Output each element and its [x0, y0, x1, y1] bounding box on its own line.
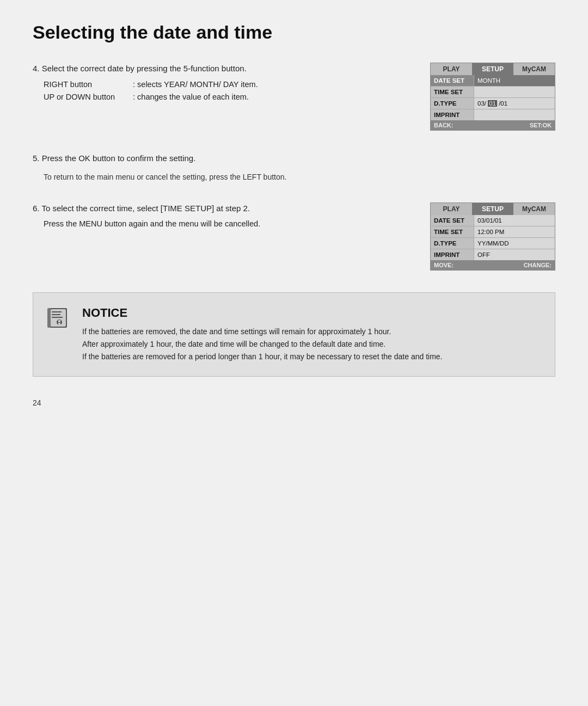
page-number: 24: [33, 398, 555, 407]
svg-rect-2: [47, 308, 51, 328]
cam2-tab-play: PLAY: [431, 203, 472, 215]
cam1-rows: DATE SET MONTH TIME SET D.TYPE 03/ 01 /0…: [431, 75, 555, 120]
cam1-label-dtype: D.TYPE: [431, 98, 474, 109]
right-desc: : selects YEAR/ MONTH/ DAY item.: [133, 80, 258, 89]
cam1-tab-play: PLAY: [431, 63, 472, 75]
cam1-footer-left: BACK:: [434, 122, 453, 128]
table-row: D.TYPE YY/MM/DD: [431, 237, 555, 249]
cam2-label-imprint: IMPRINT: [431, 249, 474, 260]
notice-text1: If the batteries are removed, the date a…: [82, 327, 391, 336]
table-row: TIME SET 12:00 PM: [431, 226, 555, 237]
step6-text: 6. To select the correct time, select [T…: [33, 202, 430, 231]
cam1-footer: BACK: SET:OK: [431, 120, 555, 130]
cam2-label-dtype: D.TYPE: [431, 238, 474, 249]
table-row: D.TYPE 03/ 01 /01: [431, 97, 555, 109]
cam1-footer-right: SET:OK: [530, 122, 552, 128]
svg-rect-7: [58, 320, 60, 322]
cam2-value-timeset: 12:00 PM: [474, 226, 555, 237]
cam2-footer-right: CHANGE:: [524, 262, 552, 268]
cam1-label-dateset: DATE SET: [431, 75, 474, 86]
table-row: IMPRINT OFF: [431, 249, 555, 260]
svg-rect-8: [58, 323, 60, 326]
cam2-rows: DATE SET 03/01/01 TIME SET 12:00 PM D.TY…: [431, 215, 555, 260]
step4-updown: UP or DOWN button : changes the value of…: [44, 91, 414, 103]
table-row: DATE SET MONTH: [431, 75, 555, 86]
table-row: DATE SET 03/01/01: [431, 215, 555, 226]
step5-section: 5. Press the OK button to confirm the se…: [33, 152, 555, 183]
date-part-selected: 01: [488, 100, 497, 107]
cam2-label-timeset: TIME SET: [431, 226, 474, 237]
notice-text3: If the batteries are removed for a perio…: [82, 352, 443, 361]
table-row: TIME SET: [431, 86, 555, 97]
cam1-value-dateset: MONTH: [474, 75, 555, 86]
updown-desc: : changes the value of each item.: [133, 93, 249, 101]
cam1-value-timeset: [474, 87, 555, 97]
notice-box: NOTICE If the batteries are removed, the…: [33, 292, 555, 377]
cam1-label-imprint: IMPRINT: [431, 109, 474, 120]
cam1-value-dtype: 03/ 01 /01: [474, 98, 555, 109]
cam1-tab-setup: SETUP: [472, 63, 513, 75]
table-row: IMPRINT: [431, 109, 555, 120]
cam2-value-dateset: 03/01/01: [474, 215, 555, 226]
cam2-tab-setup: SETUP: [472, 203, 513, 215]
svg-rect-3: [52, 311, 62, 312]
step6-sub: Press the MENU button again and the menu…: [44, 218, 414, 230]
step4-section: 4. Select the correct date by pressing t…: [33, 63, 555, 131]
svg-rect-4: [52, 314, 60, 315]
page-title: Selecting the date and time: [33, 22, 555, 43]
notice-content: NOTICE If the batteries are removed, the…: [82, 306, 443, 363]
cam1-tabs: PLAY SETUP MyCAM: [431, 63, 555, 75]
step6-main: 6. To select the correct time, select [T…: [33, 202, 414, 215]
cam2-value-dtype: YY/MM/DD: [474, 238, 555, 249]
notice-title: NOTICE: [82, 306, 443, 320]
step5-sub: To return to the main menu or cancel the…: [44, 171, 286, 183]
right-label: RIGHT button: [44, 78, 131, 91]
notice-text2: After approximately 1 hour, the date and…: [82, 340, 385, 348]
cam1-label-timeset: TIME SET: [431, 87, 474, 97]
cam2-tab-mycam: MyCAM: [513, 203, 555, 215]
step5-main: 5. Press the OK button to confirm the se…: [33, 152, 195, 165]
cam2-tabs: PLAY SETUP MyCAM: [431, 203, 555, 215]
cam2-footer-left: MOVE:: [434, 262, 454, 268]
step4-main: 4. Select the correct date by pressing t…: [33, 63, 414, 75]
cam2-footer: MOVE: CHANGE:: [431, 260, 555, 270]
date-part-3: /01: [497, 100, 507, 107]
updown-label: UP or DOWN button: [44, 91, 131, 103]
cam2-value-imprint: OFF: [474, 249, 555, 260]
cam2-label-dateset: DATE SET: [431, 215, 474, 226]
notice-svg: [46, 306, 72, 332]
date-part-1: 03/: [477, 100, 488, 107]
camera-ui-2: PLAY SETUP MyCAM DATE SET 03/01/01 TIME …: [430, 202, 555, 271]
notice-text: If the batteries are removed, the date a…: [82, 326, 443, 363]
step4-right: RIGHT button : selects YEAR/ MONTH/ DAY …: [44, 78, 414, 91]
cam1-value-imprint: [474, 109, 555, 120]
step6-section: 6. To select the correct time, select [T…: [33, 202, 555, 271]
svg-rect-5: [52, 317, 63, 318]
cam1-tab-mycam: MyCAM: [513, 63, 555, 75]
camera-ui-1: PLAY SETUP MyCAM DATE SET MONTH TIME SET…: [430, 63, 555, 131]
notice-icon: [46, 306, 72, 332]
step4-text: 4. Select the correct date by pressing t…: [33, 63, 430, 103]
